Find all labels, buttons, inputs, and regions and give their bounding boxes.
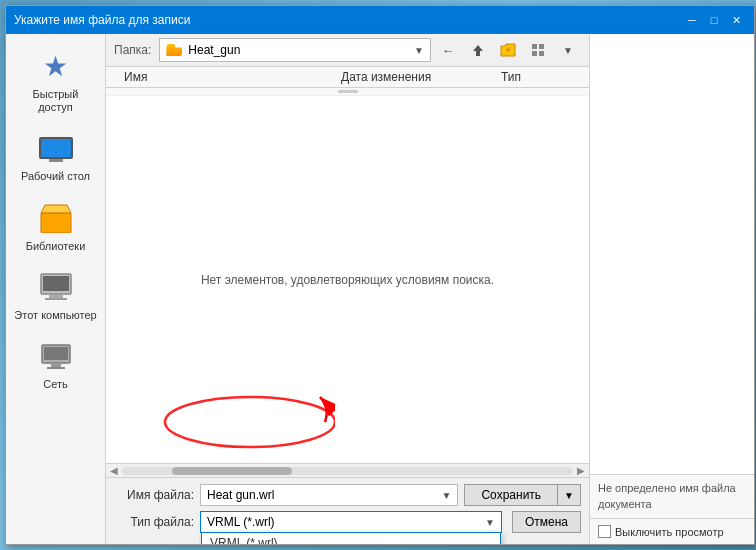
network-icon	[38, 338, 74, 374]
filetype-combo[interactable]: VRML (*.wrl) ▼ VRML (*.wrl) VRML (*.wrl)…	[200, 511, 502, 533]
up-arrow-icon	[471, 43, 485, 57]
sidebar-label-network: Сеть	[43, 378, 67, 391]
save-dialog: Укажите имя файла для записи ─ □ ✕ ★ Быс…	[5, 5, 755, 545]
scroll-thumb[interactable]	[172, 467, 292, 475]
preview-checkbox-area: Выключить просмотр	[590, 519, 754, 544]
file-info-text: Не определено имя файла документа	[598, 482, 736, 509]
column-type[interactable]: Тип	[501, 70, 581, 84]
main-area: Папка: Heat_gun ▼ ← ★	[106, 34, 589, 544]
sidebar-item-quick-access[interactable]: ★ Быстрый доступ	[10, 42, 101, 120]
folder-icon	[166, 44, 182, 56]
new-folder-button[interactable]: ★	[495, 38, 521, 62]
view-options-icon	[531, 43, 545, 57]
svg-rect-13	[532, 51, 537, 56]
maximize-button[interactable]: □	[704, 11, 724, 29]
sidebar-item-computer[interactable]: Этот компьютер	[10, 263, 101, 328]
scroll-left-arrow[interactable]: ◀	[110, 465, 118, 476]
column-date[interactable]: Дата изменения	[341, 70, 501, 84]
sidebar-label-computer: Этот компьютер	[14, 309, 96, 322]
filename-combo[interactable]: Heat gun.wrl ▼	[200, 484, 458, 506]
view-options-button[interactable]	[525, 38, 551, 62]
svg-rect-4	[49, 295, 63, 298]
title-bar-controls: ─ □ ✕	[682, 11, 746, 29]
close-button[interactable]: ✕	[726, 11, 746, 29]
nav-up-button[interactable]	[465, 38, 491, 62]
sidebar-item-network[interactable]: Сеть	[10, 332, 101, 397]
preview-label: Выключить просмотр	[615, 526, 724, 538]
dialog-title: Укажите имя файла для записи	[14, 13, 190, 27]
filetype-value: VRML (*.wrl)	[207, 515, 485, 529]
sidebar-label-libraries: Библиотеки	[26, 240, 86, 253]
action-buttons: Сохранить ▼	[464, 484, 581, 506]
new-folder-icon: ★	[500, 43, 516, 57]
column-name[interactable]: Имя	[124, 70, 341, 84]
sidebar-item-libraries[interactable]: Библиотеки	[10, 194, 101, 259]
address-bar[interactable]: Heat_gun ▼	[159, 38, 431, 62]
sidebar-label-desktop: Рабочий стол	[21, 170, 90, 183]
scroll-track[interactable]	[122, 467, 573, 475]
cancel-button[interactable]: Отмена	[512, 511, 581, 533]
filename-row: Имя файла: Heat gun.wrl ▼ Сохранить ▼	[114, 484, 581, 506]
title-bar: Укажите имя файла для записи ─ □ ✕	[6, 6, 754, 34]
file-list-header: Имя Дата изменения Тип	[106, 67, 589, 88]
toolbar: Папка: Heat_gun ▼ ← ★	[106, 34, 589, 67]
save-button-group: Сохранить ▼	[464, 484, 581, 506]
sidebar-label-quick-access: Быстрый доступ	[14, 88, 97, 114]
preview-checkbox[interactable]	[598, 525, 611, 538]
library-icon	[38, 200, 74, 236]
nav-back-button[interactable]: ←	[435, 38, 461, 62]
svg-rect-11	[532, 44, 537, 49]
horizontal-scrollbar[interactable]: ◀ ▶	[106, 463, 589, 477]
empty-message: Нет элементов, удовлетворяющих условиям …	[201, 273, 494, 287]
svg-rect-8	[51, 364, 61, 367]
computer-icon	[38, 269, 74, 305]
save-button[interactable]: Сохранить	[464, 484, 557, 506]
svg-rect-14	[539, 51, 544, 56]
filetype-row: Тип файла: VRML (*.wrl) ▼ VRML (*.wrl) V…	[114, 511, 581, 533]
save-dropdown-button[interactable]: ▼	[557, 484, 581, 506]
filetype-dropdown-arrow: ▼	[485, 517, 495, 528]
minimize-button[interactable]: ─	[682, 11, 702, 29]
star-icon: ★	[38, 48, 74, 84]
filename-dropdown-arrow: ▼	[442, 490, 452, 501]
svg-rect-9	[47, 367, 65, 369]
filename-label: Имя файла:	[114, 488, 194, 502]
scroll-right-arrow[interactable]: ▶	[577, 465, 585, 476]
dialog-content: ★ Быстрый доступ Рабочий стол	[6, 34, 754, 544]
file-info-area: Не определено имя файла документа	[590, 475, 754, 519]
svg-rect-5	[45, 298, 67, 300]
dropdown-item-vrml1[interactable]: VRML (*.wrl)	[202, 533, 500, 544]
address-text: Heat_gun	[188, 43, 408, 57]
svg-rect-3	[43, 276, 69, 291]
folder-label: Папка:	[114, 43, 151, 57]
svg-text:★: ★	[505, 46, 511, 53]
address-dropdown-arrow: ▼	[414, 45, 424, 56]
sidebar: ★ Быстрый доступ Рабочий стол	[6, 34, 106, 544]
file-list: Нет элементов, удовлетворяющих условиям …	[106, 96, 589, 463]
desktop-icon	[38, 130, 74, 166]
preview-area	[590, 34, 754, 475]
svg-rect-0	[41, 213, 71, 233]
sidebar-item-desktop[interactable]: Рабочий стол	[10, 124, 101, 189]
right-panel: Не определено имя файла документа Выключ…	[589, 34, 754, 544]
resize-handle	[338, 90, 358, 93]
view-dropdown-button[interactable]: ▼	[555, 38, 581, 62]
svg-marker-1	[41, 205, 71, 213]
svg-rect-7	[44, 347, 68, 360]
filename-value: Heat gun.wrl	[207, 488, 442, 502]
bottom-area: Имя файла: Heat gun.wrl ▼ Сохранить ▼ Ти…	[106, 477, 589, 544]
filetype-dropdown-menu: VRML (*.wrl) VRML (*.wrl) BMP (*.bmp) GI…	[201, 532, 501, 544]
filetype-label: Тип файла:	[114, 515, 194, 529]
svg-rect-12	[539, 44, 544, 49]
